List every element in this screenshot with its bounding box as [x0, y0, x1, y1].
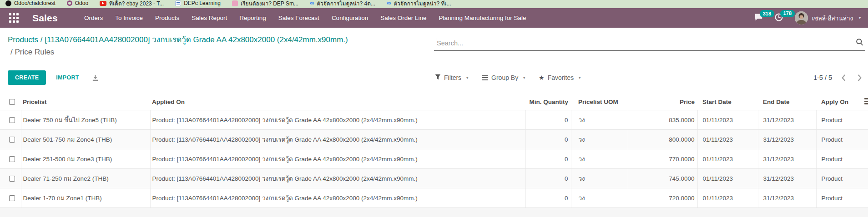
cell-price[interactable]: 800.0000 — [628, 130, 697, 149]
cell-pricelist[interactable]: Dealer 1-70 กม Zone1 (THB) — [21, 188, 150, 208]
create-button[interactable]: CREATE — [8, 70, 46, 85]
row-checkbox[interactable] — [9, 137, 15, 143]
table-row[interactable]: Dealer 750 กม ขึ้นไป Zone5 (THB) Product… — [0, 110, 868, 130]
search-icon[interactable] — [856, 38, 863, 48]
bookmark-item[interactable]: ∞ตัวจัดการโมดูลน่า? ที่เ... — [387, 0, 451, 8]
cell-uom[interactable]: วง — [571, 169, 628, 188]
bookmark-item[interactable]: Odoo/chalcforest — [5, 0, 56, 6]
table-row[interactable]: Dealer 1-70 กม Zone1 (THB) Product: [113… — [0, 188, 868, 208]
cell-uom[interactable]: วง — [571, 110, 628, 130]
bookmark-item[interactable]: DEPc Learning — [175, 0, 221, 6]
cell-end-date[interactable]: 31/12/2023 — [758, 169, 816, 188]
cell-end-date[interactable]: 31/12/2023 — [758, 188, 816, 208]
cell-start-date[interactable]: 01/11/2023 — [697, 188, 758, 208]
select-all-checkbox[interactable] — [9, 99, 15, 105]
cell-applied-on[interactable]: Product: [113A07664401AA428002000] วงกบเ… — [150, 149, 525, 169]
cell-min-qty[interactable]: 0 — [525, 188, 571, 208]
app-name[interactable]: Sales — [32, 13, 58, 24]
cell-pricelist[interactable]: Dealer 251-500 กม Zone3 (THB) — [21, 149, 150, 169]
import-button[interactable]: IMPORT — [56, 74, 79, 81]
cell-pricelist[interactable]: Dealer 501-750 กม Zone4 (THB) — [21, 130, 150, 149]
row-checkbox[interactable] — [9, 117, 15, 123]
cell-min-qty[interactable]: 0 — [525, 110, 571, 130]
cell-start-date[interactable]: 01/11/2023 — [697, 110, 758, 130]
cell-apply-on[interactable]: Product — [816, 149, 868, 169]
menu-sales-report[interactable]: Sales Report — [192, 15, 227, 21]
pager-previous-button[interactable] — [841, 74, 846, 81]
bookmark-item[interactable]: ∞ตัวจัดการโมดูลน่า? 4ด... — [310, 0, 375, 8]
messages-button[interactable]: 318 — [754, 13, 763, 23]
cell-uom[interactable]: วง — [571, 149, 628, 169]
row-select-cell — [0, 130, 21, 149]
row-checkbox[interactable] — [9, 156, 15, 162]
cell-price[interactable]: 835.0000 — [628, 110, 697, 130]
header-min-quantity[interactable]: Min. Quantity — [525, 94, 571, 110]
optional-columns-icon[interactable] — [864, 98, 868, 105]
cell-end-date[interactable]: 31/12/2023 — [758, 149, 816, 169]
cell-apply-on[interactable]: Product — [816, 188, 868, 208]
export-icon[interactable] — [92, 74, 99, 81]
cell-applied-on[interactable]: Product: [113A07664401AA428002000] วงกบเ… — [150, 130, 525, 149]
cell-uom[interactable]: วง — [571, 130, 628, 149]
main-navbar: Sales Orders To Invoice Products Sales R… — [0, 8, 868, 28]
app-icon — [232, 0, 238, 6]
row-checkbox[interactable] — [9, 195, 15, 201]
cell-price[interactable]: 770.0000 — [628, 149, 697, 169]
header-pricelist-uom[interactable]: Pricelist UOM — [571, 94, 628, 110]
bookmark-item[interactable]: ทีเด็ด? ebay 2023 - T... — [100, 0, 164, 8]
row-checkbox[interactable] — [9, 176, 15, 182]
menu-configuration[interactable]: Configuration — [332, 15, 368, 21]
table-row[interactable]: Dealer 71-250 กม Zone2 (THB) Product: [1… — [0, 169, 868, 188]
activities-button[interactable]: 178 — [775, 13, 783, 23]
user-menu[interactable]: เชลล์-อีสานล่าง ▼ — [795, 11, 862, 25]
menu-products[interactable]: Products — [155, 15, 179, 21]
header-apply-on[interactable]: Apply On — [816, 94, 868, 110]
cell-apply-on[interactable]: Product — [816, 130, 868, 149]
cell-min-qty[interactable]: 0 — [525, 149, 571, 169]
cell-applied-on[interactable]: Product: [113A07664401AA428002000] วงกบเ… — [150, 188, 525, 208]
cell-price[interactable]: 745.0000 — [628, 169, 697, 188]
table-row[interactable]: Dealer 501-750 กม Zone4 (THB) Product: [… — [0, 130, 868, 149]
cell-start-date[interactable]: 01/11/2023 — [697, 169, 758, 188]
pager-next-button[interactable] — [857, 74, 862, 81]
menu-planning-manufacturing[interactable]: Planning Manufacturing for Sale — [439, 15, 526, 21]
row-select-cell — [0, 188, 21, 208]
cell-start-date[interactable]: 01/11/2023 — [697, 149, 758, 169]
apps-menu-icon[interactable] — [9, 13, 19, 23]
bookmark-item[interactable]: Odoo — [67, 0, 88, 6]
cell-uom[interactable]: วง — [571, 188, 628, 208]
cell-min-qty[interactable]: 0 — [525, 169, 571, 188]
filters-button[interactable]: Filters ▼ — [435, 74, 469, 81]
cell-min-qty[interactable]: 0 — [525, 130, 571, 149]
cell-applied-on[interactable]: Product: [113A07664401AA428002000] วงกบเ… — [150, 169, 525, 188]
cell-end-date[interactable]: 31/12/2023 — [758, 130, 816, 149]
cell-pricelist[interactable]: Dealer 71-250 กม Zone2 (THB) — [21, 169, 150, 188]
header-start-date[interactable]: Start Date — [697, 94, 758, 110]
favorites-button[interactable]: ★ Favorites ▼ — [539, 74, 581, 81]
star-icon: ★ — [539, 74, 545, 81]
cell-start-date[interactable]: 01/11/2023 — [697, 130, 758, 149]
menu-orders[interactable]: Orders — [84, 15, 103, 21]
menu-to-invoice[interactable]: To Invoice — [115, 15, 143, 21]
header-pricelist[interactable]: Pricelist — [21, 94, 150, 110]
cell-apply-on[interactable]: Product — [816, 110, 868, 130]
infinity-icon: ∞ — [310, 0, 314, 6]
menu-sales-forecast[interactable]: Sales Forecast — [278, 15, 319, 21]
cell-apply-on[interactable]: Product — [816, 169, 868, 188]
menu-reporting[interactable]: Reporting — [239, 15, 266, 21]
cell-applied-on[interactable]: Product: [113A07664401AA428002000] วงกบเ… — [150, 110, 525, 130]
group-by-button[interactable]: Group By ▼ — [482, 74, 526, 81]
breadcrumb-product-link[interactable]: [113A07664401AA428002000] วงกบเรดวู้ด Gr… — [45, 35, 348, 44]
cell-end-date[interactable]: 31/12/2023 — [758, 110, 816, 130]
header-applied-on[interactable]: Applied On — [150, 94, 525, 110]
cell-price[interactable]: 720.0000 — [628, 188, 697, 208]
bookmark-item[interactable]: เรียนต้องมา? DEP Sm... — [232, 0, 298, 8]
header-end-date[interactable]: End Date — [758, 94, 816, 110]
search-input[interactable] — [434, 34, 865, 50]
cell-pricelist[interactable]: Dealer 750 กม ขึ้นไป Zone5 (THB) — [21, 110, 150, 130]
menu-sales-order-line[interactable]: Sales Order Line — [380, 15, 426, 21]
group-by-label: Group By — [491, 74, 518, 81]
header-price[interactable]: Price — [628, 94, 697, 110]
breadcrumb-products-link[interactable]: Products — [8, 35, 38, 44]
table-row[interactable]: Dealer 251-500 กม Zone3 (THB) Product: [… — [0, 149, 868, 169]
